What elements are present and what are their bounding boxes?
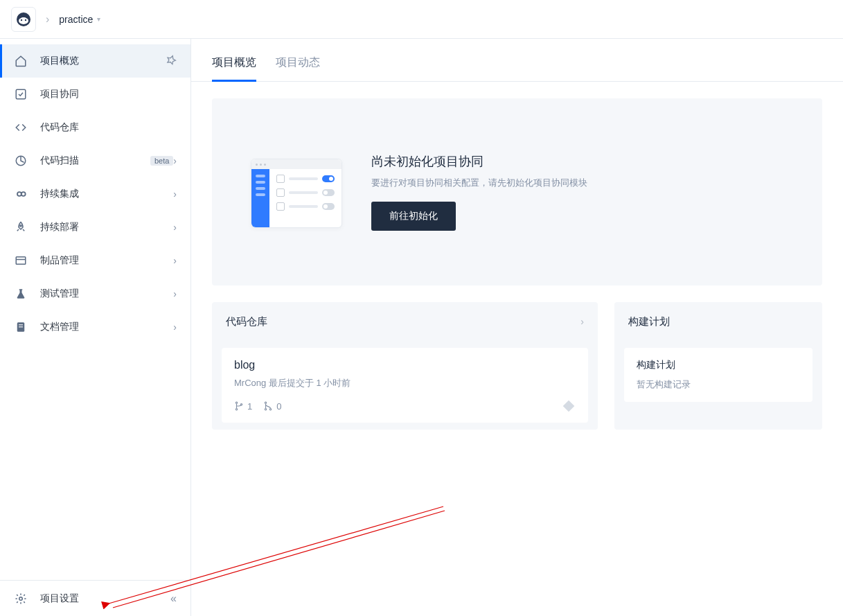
app-logo[interactable]: [11, 7, 36, 32]
code-icon: [14, 121, 28, 134]
collapse-icon[interactable]: «: [170, 592, 177, 605]
chevron-right-icon: ›: [173, 255, 177, 266]
chevron-right-icon: ›: [173, 188, 177, 200]
infinity-icon: [14, 187, 28, 201]
sidebar-item-label: 文档管理: [40, 321, 173, 333]
init-title: 尚未初始化项目协同: [371, 153, 587, 170]
svg-point-2: [21, 19, 22, 20]
doc-icon: [14, 320, 28, 334]
checkbox-icon: [14, 87, 28, 101]
sidebar-item-label: 项目概览: [40, 55, 166, 67]
repo-card[interactable]: blog MrCong 最后提交于 1 小时前 1 0: [222, 348, 588, 423]
tab-activity[interactable]: 项目动态: [276, 55, 320, 81]
sidebar-item-label: 测试管理: [40, 288, 173, 300]
sidebar-footer: 项目设置 «: [0, 580, 190, 616]
svg-point-20: [270, 409, 272, 410]
build-empty-text: 暂无构建记录: [637, 378, 800, 391]
home-icon: [14, 54, 28, 68]
repo-meta: MrCong 最后提交于 1 小时前: [234, 377, 576, 389]
beta-badge: beta: [150, 156, 173, 166]
tab-overview[interactable]: 项目概览: [212, 55, 256, 82]
sidebar-item-label: 持续集成: [40, 188, 173, 200]
svg-point-16: [236, 409, 237, 410]
scan-icon: [14, 154, 28, 168]
package-icon: [14, 254, 28, 267]
sidebar-item-scan[interactable]: 代码扫描 beta ›: [0, 144, 190, 177]
svg-rect-9: [16, 257, 26, 265]
svg-point-8: [20, 225, 21, 227]
sidebar-item-label: 持续部署: [40, 221, 173, 234]
init-description: 要进行对项目协同相关配置，请先初始化项目协同模块: [371, 177, 587, 189]
chevron-right-icon[interactable]: ›: [580, 316, 584, 327]
svg-rect-13: [19, 326, 23, 327]
sidebar-item-ci[interactable]: 持续集成 ›: [0, 177, 190, 211]
breadcrumb-separator: ›: [46, 13, 49, 26]
rocket-icon: [14, 220, 28, 234]
pin-icon[interactable]: [166, 55, 177, 68]
sidebar-item-artifact[interactable]: 制品管理 ›: [0, 244, 190, 277]
chevron-right-icon: ›: [173, 222, 177, 233]
branch-icon: [234, 401, 244, 411]
sidebar-settings[interactable]: 项目设置: [40, 592, 170, 605]
svg-point-19: [265, 409, 267, 410]
build-panel-title: 构建计划: [628, 315, 670, 328]
build-card: 构建计划 暂无构建记录: [624, 348, 813, 402]
repo-panel-title: 代码仓库: [226, 315, 267, 328]
monkey-icon: [15, 11, 32, 28]
svg-rect-12: [19, 324, 23, 325]
topbar: › practice ▾: [0, 0, 843, 39]
chevron-right-icon: ›: [173, 155, 177, 166]
sidebar: 项目概览 项目协同 代码仓库 代码扫描 beta ›: [0, 39, 191, 616]
svg-point-1: [19, 17, 28, 24]
init-card: 尚未初始化项目协同 要进行对项目协同相关配置，请先初始化项目协同模块 前往初始化: [212, 98, 822, 285]
init-illustration: [240, 150, 344, 234]
sidebar-item-docs[interactable]: 文档管理 ›: [0, 310, 190, 344]
repo-panel: 代码仓库 › blog MrCong 最后提交于 1 小时前 1: [212, 302, 598, 430]
diamond-icon: [562, 399, 576, 413]
flask-icon: [14, 287, 28, 301]
svg-point-3: [25, 19, 26, 20]
sidebar-item-label: 制品管理: [40, 254, 173, 267]
sidebar-nav: 项目概览 项目协同 代码仓库 代码扫描 beta ›: [0, 39, 190, 580]
repo-name: blog: [234, 359, 576, 371]
svg-point-5: [26, 15, 29, 18]
build-card-title: 构建计划: [637, 359, 800, 371]
merge-count: 0: [263, 401, 281, 412]
chevron-right-icon: ›: [173, 322, 177, 333]
svg-point-14: [19, 597, 23, 600]
init-button[interactable]: 前往初始化: [371, 202, 456, 231]
sidebar-item-overview[interactable]: 项目概览: [0, 44, 190, 78]
sidebar-item-cd[interactable]: 持续部署 ›: [0, 211, 190, 244]
main-content: 项目概览 项目动态: [191, 39, 843, 616]
tab-bar: 项目概览 项目动态: [191, 39, 843, 82]
merge-icon: [263, 401, 273, 411]
sidebar-item-collab[interactable]: 项目协同: [0, 78, 190, 111]
svg-point-4: [18, 15, 21, 18]
branch-count: 1: [234, 401, 252, 412]
svg-rect-6: [16, 89, 26, 99]
sidebar-item-test[interactable]: 测试管理 ›: [0, 277, 190, 310]
caret-down-icon: ▾: [97, 15, 100, 23]
sidebar-item-label: 项目协同: [40, 88, 177, 100]
svg-point-18: [265, 402, 267, 403]
svg-point-15: [236, 402, 237, 403]
sidebar-item-label: 代码仓库: [40, 121, 177, 134]
breadcrumb-project[interactable]: practice ▾: [59, 14, 100, 25]
breadcrumb-project-name: practice: [59, 14, 93, 25]
sidebar-item-label: 代码扫描: [40, 155, 146, 167]
chevron-right-icon: ›: [173, 288, 177, 299]
build-panel: 构建计划 构建计划 暂无构建记录: [614, 302, 822, 430]
gear-icon: [14, 592, 28, 606]
sidebar-item-repo[interactable]: 代码仓库: [0, 111, 190, 144]
